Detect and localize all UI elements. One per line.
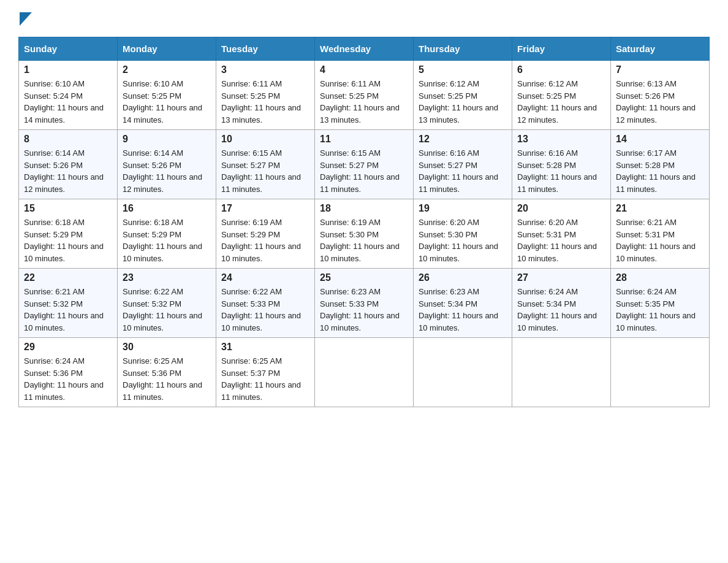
calendar-cell: 23 Sunrise: 6:22 AMSunset: 5:32 PMDaylig… (118, 269, 216, 338)
calendar-cell: 1 Sunrise: 6:10 AMSunset: 5:24 PMDayligh… (19, 61, 118, 130)
calendar-cell: 2 Sunrise: 6:10 AMSunset: 5:25 PMDayligh… (118, 61, 216, 130)
page-header (18, 12, 710, 25)
day-number: 1 (24, 64, 112, 75)
calendar-cell: 18 Sunrise: 6:19 AMSunset: 5:30 PMDaylig… (315, 199, 414, 269)
day-number: 9 (123, 134, 211, 145)
calendar-cell: 20 Sunrise: 6:20 AMSunset: 5:31 PMDaylig… (512, 199, 611, 269)
day-number: 25 (320, 272, 408, 283)
calendar-cell: 7 Sunrise: 6:13 AMSunset: 5:26 PMDayligh… (611, 61, 710, 130)
day-number: 29 (24, 342, 112, 353)
day-info: Sunrise: 6:18 AMSunset: 5:29 PMDaylight:… (24, 218, 104, 263)
calendar-cell: 30 Sunrise: 6:25 AMSunset: 5:36 PMDaylig… (118, 338, 216, 407)
day-info: Sunrise: 6:25 AMSunset: 5:36 PMDaylight:… (123, 356, 202, 402)
header-wednesday: Wednesday (315, 37, 414, 61)
calendar-table: SundayMondayTuesdayWednesdayThursdayFrid… (18, 37, 710, 407)
calendar-cell (611, 338, 710, 407)
header-saturday: Saturday (611, 37, 710, 61)
calendar-body: 1 Sunrise: 6:10 AMSunset: 5:24 PMDayligh… (19, 61, 710, 407)
day-number: 3 (221, 64, 309, 75)
day-info: Sunrise: 6:19 AMSunset: 5:30 PMDaylight:… (320, 218, 400, 263)
calendar-cell: 3 Sunrise: 6:11 AMSunset: 5:25 PMDayligh… (216, 61, 315, 130)
calendar-cell: 13 Sunrise: 6:16 AMSunset: 5:28 PMDaylig… (512, 130, 611, 199)
calendar-cell: 10 Sunrise: 6:15 AMSunset: 5:27 PMDaylig… (216, 130, 315, 199)
day-number: 18 (320, 203, 408, 214)
calendar-cell: 25 Sunrise: 6:23 AMSunset: 5:33 PMDaylig… (315, 269, 414, 338)
header-tuesday: Tuesday (216, 37, 315, 61)
calendar-cell: 17 Sunrise: 6:19 AMSunset: 5:29 PMDaylig… (216, 199, 315, 269)
header-thursday: Thursday (414, 37, 512, 61)
header-sunday: Sunday (19, 37, 118, 61)
week-row-3: 15 Sunrise: 6:18 AMSunset: 5:29 PMDaylig… (19, 199, 710, 269)
day-info: Sunrise: 6:18 AMSunset: 5:29 PMDaylight:… (123, 218, 202, 263)
day-number: 26 (419, 272, 507, 283)
day-info: Sunrise: 6:15 AMSunset: 5:27 PMDaylight:… (320, 148, 400, 194)
day-info: Sunrise: 6:22 AMSunset: 5:32 PMDaylight:… (123, 287, 202, 332)
day-number: 27 (517, 272, 605, 283)
calendar-cell: 11 Sunrise: 6:15 AMSunset: 5:27 PMDaylig… (315, 130, 414, 199)
calendar-cell: 5 Sunrise: 6:12 AMSunset: 5:25 PMDayligh… (414, 61, 512, 130)
day-number: 12 (419, 134, 507, 145)
header-friday: Friday (512, 37, 611, 61)
header-monday: Monday (118, 37, 216, 61)
calendar-cell: 26 Sunrise: 6:23 AMSunset: 5:34 PMDaylig… (414, 269, 512, 338)
day-info: Sunrise: 6:13 AMSunset: 5:26 PMDaylight:… (616, 79, 696, 124)
calendar-cell (414, 338, 512, 407)
week-row-4: 22 Sunrise: 6:21 AMSunset: 5:32 PMDaylig… (19, 269, 710, 338)
week-row-1: 1 Sunrise: 6:10 AMSunset: 5:24 PMDayligh… (19, 61, 710, 130)
day-number: 15 (24, 203, 112, 214)
calendar-cell: 12 Sunrise: 6:16 AMSunset: 5:27 PMDaylig… (414, 130, 512, 199)
day-info: Sunrise: 6:11 AMSunset: 5:25 PMDaylight:… (221, 79, 301, 124)
day-number: 14 (616, 134, 704, 145)
day-info: Sunrise: 6:12 AMSunset: 5:25 PMDaylight:… (517, 79, 597, 124)
day-info: Sunrise: 6:21 AMSunset: 5:31 PMDaylight:… (616, 218, 696, 263)
day-number: 22 (24, 272, 112, 283)
day-number: 16 (123, 203, 211, 214)
day-info: Sunrise: 6:21 AMSunset: 5:32 PMDaylight:… (24, 287, 104, 332)
day-info: Sunrise: 6:10 AMSunset: 5:24 PMDaylight:… (24, 79, 104, 124)
day-info: Sunrise: 6:11 AMSunset: 5:25 PMDaylight:… (320, 79, 400, 124)
day-number: 13 (517, 134, 605, 145)
calendar-cell: 28 Sunrise: 6:24 AMSunset: 5:35 PMDaylig… (611, 269, 710, 338)
day-info: Sunrise: 6:16 AMSunset: 5:28 PMDaylight:… (517, 148, 597, 194)
day-info: Sunrise: 6:14 AMSunset: 5:26 PMDaylight:… (24, 148, 104, 194)
calendar-cell: 24 Sunrise: 6:22 AMSunset: 5:33 PMDaylig… (216, 269, 315, 338)
day-info: Sunrise: 6:10 AMSunset: 5:25 PMDaylight:… (123, 79, 202, 124)
day-info: Sunrise: 6:23 AMSunset: 5:34 PMDaylight:… (419, 287, 498, 332)
day-info: Sunrise: 6:23 AMSunset: 5:33 PMDaylight:… (320, 287, 400, 332)
day-info: Sunrise: 6:24 AMSunset: 5:35 PMDaylight:… (616, 287, 696, 332)
day-info: Sunrise: 6:16 AMSunset: 5:27 PMDaylight:… (419, 148, 498, 194)
calendar-cell: 4 Sunrise: 6:11 AMSunset: 5:25 PMDayligh… (315, 61, 414, 130)
logo (18, 12, 32, 25)
calendar-cell (512, 338, 611, 407)
day-info: Sunrise: 6:19 AMSunset: 5:29 PMDaylight:… (221, 218, 301, 263)
calendar-cell: 8 Sunrise: 6:14 AMSunset: 5:26 PMDayligh… (19, 130, 118, 199)
week-row-2: 8 Sunrise: 6:14 AMSunset: 5:26 PMDayligh… (19, 130, 710, 199)
day-info: Sunrise: 6:17 AMSunset: 5:28 PMDaylight:… (616, 148, 696, 194)
logo-triangle-icon (20, 12, 32, 26)
day-number: 8 (24, 134, 112, 145)
day-number: 17 (221, 203, 309, 214)
day-number: 20 (517, 203, 605, 214)
svg-marker-0 (20, 12, 32, 26)
day-number: 30 (123, 342, 211, 353)
day-info: Sunrise: 6:20 AMSunset: 5:31 PMDaylight:… (517, 218, 597, 263)
day-info: Sunrise: 6:24 AMSunset: 5:36 PMDaylight:… (24, 356, 104, 402)
day-number: 2 (123, 64, 211, 75)
day-number: 6 (517, 64, 605, 75)
calendar-cell: 9 Sunrise: 6:14 AMSunset: 5:26 PMDayligh… (118, 130, 216, 199)
calendar-cell: 16 Sunrise: 6:18 AMSunset: 5:29 PMDaylig… (118, 199, 216, 269)
calendar-cell: 21 Sunrise: 6:21 AMSunset: 5:31 PMDaylig… (611, 199, 710, 269)
calendar-cell: 6 Sunrise: 6:12 AMSunset: 5:25 PMDayligh… (512, 61, 611, 130)
calendar-cell: 29 Sunrise: 6:24 AMSunset: 5:36 PMDaylig… (19, 338, 118, 407)
day-number: 31 (221, 342, 309, 353)
week-row-5: 29 Sunrise: 6:24 AMSunset: 5:36 PMDaylig… (19, 338, 710, 407)
day-number: 10 (221, 134, 309, 145)
calendar-cell: 19 Sunrise: 6:20 AMSunset: 5:30 PMDaylig… (414, 199, 512, 269)
day-number: 5 (419, 64, 507, 75)
day-info: Sunrise: 6:20 AMSunset: 5:30 PMDaylight:… (419, 218, 498, 263)
calendar-cell: 14 Sunrise: 6:17 AMSunset: 5:28 PMDaylig… (611, 130, 710, 199)
day-info: Sunrise: 6:25 AMSunset: 5:37 PMDaylight:… (221, 356, 301, 402)
day-info: Sunrise: 6:14 AMSunset: 5:26 PMDaylight:… (123, 148, 202, 194)
calendar-cell: 31 Sunrise: 6:25 AMSunset: 5:37 PMDaylig… (216, 338, 315, 407)
day-number: 11 (320, 134, 408, 145)
